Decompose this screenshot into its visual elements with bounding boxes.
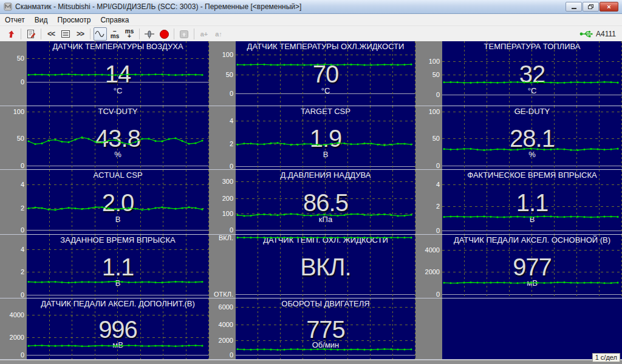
prev-page-button[interactable]: << bbox=[44, 27, 58, 41]
plot-area[interactable]: ACTUAL CSP2.0В bbox=[27, 170, 209, 234]
y-axis: 420 bbox=[0, 235, 27, 298]
plot-area[interactable]: ДАТЧИК ПЕДАЛИ АКСЕЛ. ОСНОВНОЙ (В)977мВ bbox=[442, 235, 622, 298]
sensor-value: 1.1 bbox=[27, 254, 209, 281]
timescale-increase-button[interactable]: ms+ bbox=[123, 27, 136, 41]
empty-panel[interactable] bbox=[415, 298, 622, 360]
plot-area[interactable]: ЗАДАННОЕ ВРЕМЯ ВПРЫСКА1.1В bbox=[27, 235, 209, 298]
y-axis: 420 bbox=[415, 170, 442, 234]
h-gridline bbox=[27, 249, 209, 250]
font-decrease-button[interactable]: a↑ bbox=[212, 27, 225, 41]
record-button[interactable] bbox=[157, 27, 171, 41]
axis-tick-label: 4 bbox=[436, 181, 440, 188]
sensor-title: ТЕМПЕРАТУРА ТОПЛИВА bbox=[442, 42, 622, 51]
plot-area-empty[interactable] bbox=[442, 298, 622, 359]
record-icon bbox=[160, 30, 169, 39]
axis-tick-label: 300 bbox=[222, 178, 233, 185]
app-icon bbox=[4, 2, 12, 11]
sensor-unit: °C bbox=[442, 86, 622, 95]
sensor-panel[interactable]: ВКЛ.ОТКЛ.ДАТЧИК ТЕМП. ОХЛ. ЖИДКОСТИВКЛ. bbox=[209, 235, 415, 298]
sensor-panel[interactable]: 420ЗАДАННОЕ ВРЕМЯ ВПРЫСКА1.1В bbox=[0, 235, 209, 298]
sensor-unit: В bbox=[27, 214, 209, 223]
restore-button[interactable] bbox=[583, 2, 599, 12]
menu-view[interactable]: Вид bbox=[30, 15, 53, 25]
minimize-button[interactable] bbox=[566, 2, 582, 12]
sensor-value: 1.9 bbox=[236, 125, 415, 152]
axis-tick-label: 2000 bbox=[219, 337, 233, 344]
window-title: Сканматик - Mitsubishi - MPI/GDI/ДИЗЕЛЬ … bbox=[15, 2, 566, 11]
sensor-unit: °C bbox=[236, 86, 415, 95]
axis-tick-label: 2 bbox=[21, 268, 24, 275]
font-increase-button[interactable]: a+ bbox=[197, 27, 211, 41]
sensor-value: 86.5 bbox=[236, 189, 415, 217]
plot-area[interactable]: ДАТЧИК ПЕДАЛИ АКСЕЛ. ДОПОЛНИТ.(В)996мВ bbox=[27, 298, 209, 359]
save-button[interactable] bbox=[177, 27, 191, 41]
axis-tick-label: 100 bbox=[429, 108, 440, 115]
sensor-panel[interactable]: 100500TCV-DUTY43.8% bbox=[0, 106, 209, 170]
toolbar: << >> −ms ms+ bbox=[0, 26, 622, 42]
h-gridline bbox=[442, 184, 622, 185]
sensor-panel[interactable]: 420TARGET CSP1.9В bbox=[209, 106, 415, 170]
cursor-button[interactable] bbox=[143, 27, 156, 41]
axis-tick-label: 100 bbox=[222, 210, 233, 217]
y-axis: ВКЛ.ОТКЛ. bbox=[209, 235, 236, 298]
sensor-panel[interactable]: 3002001000Д.ДАВЛЕНИЯ НАДДУВА86.5кПа bbox=[209, 170, 415, 235]
y-axis bbox=[415, 298, 442, 359]
sensor-unit: В bbox=[236, 150, 415, 159]
toolbar-separator bbox=[90, 29, 91, 39]
graph-view-button[interactable] bbox=[94, 27, 107, 41]
exit-button[interactable] bbox=[4, 27, 18, 41]
sensor-panel[interactable]: 420ACTUAL CSP2.0В bbox=[0, 170, 209, 235]
axis-tick-label: 4000 bbox=[10, 311, 24, 318]
sensor-panel[interactable]: 100500ДАТЧИК ТЕМПЕРАТУРЫ ОХЛ.ЖИДКОСТИ70°… bbox=[209, 41, 415, 106]
sensor-panel[interactable]: 400020000ДАТЧИК ПЕДАЛИ АКСЕЛ. ДОПОЛНИТ.(… bbox=[0, 298, 209, 360]
plot-area[interactable]: ТЕМПЕРАТУРА ТОПЛИВА32°C bbox=[442, 41, 622, 106]
y-axis: 420 bbox=[209, 106, 236, 169]
axis-tick-label: 0 bbox=[21, 351, 24, 359]
variables-grid: 500ДАТЧИК ТЕМПЕРАТУРЫ ВОЗДУХА14°C100500Д… bbox=[0, 41, 622, 360]
axis-tick-label: 100 bbox=[222, 51, 233, 58]
sensor-panel[interactable]: 400020000ДАТЧИК ПЕДАЛИ АКСЕЛ. ОСНОВНОЙ (… bbox=[415, 235, 622, 298]
report-edit-icon bbox=[26, 29, 36, 39]
plot-area[interactable]: ДАТЧИК ТЕМПЕРАТУРЫ ВОЗДУХА14°C bbox=[27, 41, 209, 106]
sensor-title: ЗАДАННОЕ ВРЕМЯ ВПРЫСКА bbox=[27, 235, 209, 244]
axis-tick-label: 4 bbox=[230, 117, 233, 124]
horizontal-scrollbar[interactable] bbox=[0, 360, 622, 364]
sensor-panel[interactable]: 500ДАТЧИК ТЕМПЕРАТУРЫ ВОЗДУХА14°C bbox=[0, 41, 209, 106]
close-button[interactable]: × bbox=[600, 2, 618, 12]
plot-area[interactable]: Д.ДАВЛЕНИЯ НАДДУВА86.5кПа bbox=[236, 170, 415, 234]
axis-tick-label: 50 bbox=[17, 55, 24, 62]
axis-tick-label: 2 bbox=[436, 203, 440, 210]
sensor-value: 32 bbox=[442, 61, 622, 88]
sensor-panel[interactable]: 100500ТЕМПЕРАТУРА ТОПЛИВА32°C bbox=[415, 41, 622, 106]
next-page-button[interactable]: >> bbox=[73, 27, 87, 41]
sensor-panel[interactable]: 6000400020000ОБОРОТЫ ДВИГАТЕЛЯ775Об/мин bbox=[209, 298, 415, 360]
axis-tick-label: 50 bbox=[432, 71, 440, 78]
menu-help[interactable]: Справка bbox=[95, 15, 134, 25]
plot-area[interactable]: TARGET CSP1.9В bbox=[236, 106, 415, 169]
minimize-icon bbox=[571, 4, 577, 10]
axis-tick-label: 0 bbox=[21, 291, 24, 298]
menu-report[interactable]: Отчет bbox=[0, 15, 30, 25]
timescale-decrease-button[interactable]: −ms bbox=[108, 27, 121, 41]
plot-area[interactable]: ДАТЧИК ТЕМПЕРАТУРЫ ОХЛ.ЖИДКОСТИ70°C bbox=[236, 41, 415, 106]
report-button[interactable] bbox=[24, 27, 38, 41]
axis-tick-label: 2 bbox=[21, 204, 24, 212]
h-gridline bbox=[442, 95, 622, 95]
h-gridline bbox=[236, 166, 415, 167]
variables-list-button[interactable] bbox=[59, 27, 72, 41]
axis-tick-label: 50 bbox=[226, 71, 233, 78]
sensor-panel[interactable]: 100500GE-DUTY28.1% bbox=[415, 106, 622, 170]
plot-area[interactable]: ОБОРОТЫ ДВИГАТЕЛЯ775Об/мин bbox=[236, 298, 415, 359]
axis-tick-label: 2 bbox=[230, 140, 233, 147]
menu-browse[interactable]: Просмотр bbox=[53, 15, 96, 25]
h-gridline bbox=[27, 295, 209, 295]
sensor-title: ФАКТИЧЕСКОЕ ВРЕМЯ ВПРЫСКА bbox=[442, 170, 622, 180]
sensor-panel[interactable]: 420ФАКТИЧЕСКОЕ ВРЕМЯ ВПРЫСКА1.1В bbox=[415, 170, 622, 235]
plot-area[interactable]: ФАКТИЧЕСКОЕ ВРЕМЯ ВПРЫСКА1.1В bbox=[442, 170, 622, 234]
plot-area[interactable]: GE-DUTY28.1% bbox=[442, 106, 622, 169]
waveform-icon bbox=[95, 30, 106, 38]
axis-tick-label: 0 bbox=[436, 91, 440, 98]
plot-area[interactable]: ДАТЧИК ТЕМП. ОХЛ. ЖИДКОСТИВКЛ. bbox=[236, 235, 415, 298]
plot-area[interactable]: TCV-DUTY43.8% bbox=[27, 106, 209, 169]
axis-tick-label: 0 bbox=[436, 227, 440, 234]
